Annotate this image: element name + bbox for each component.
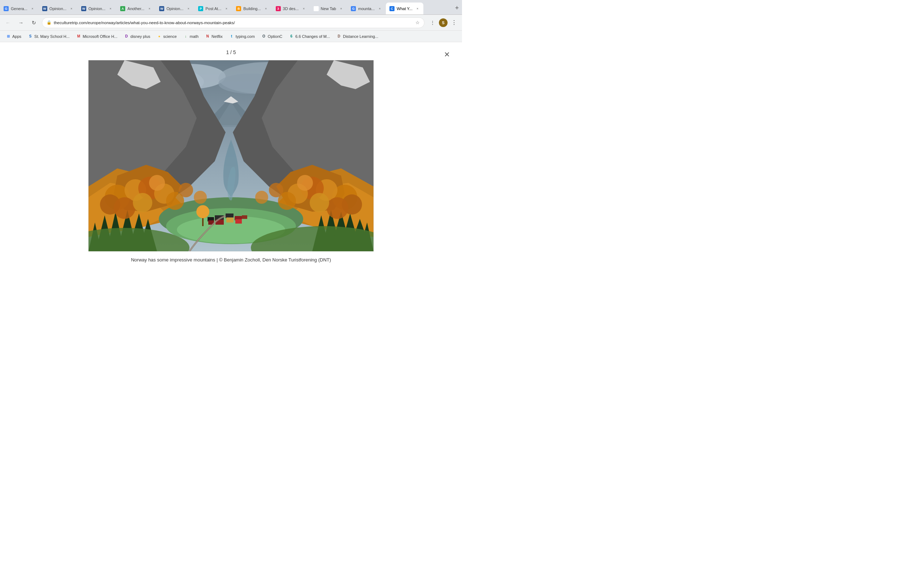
lock-icon: 🔒 <box>47 20 52 25</box>
bookmark-label: Microsoft Office H... <box>82 34 117 39</box>
svg-rect-34 <box>235 219 242 224</box>
bookmark-label: OptionC <box>268 34 282 39</box>
refresh-button[interactable]: ↻ <box>29 18 39 28</box>
tab-favicon: C <box>389 6 394 11</box>
svg-point-67 <box>269 183 283 197</box>
tab-favicon: G <box>351 6 356 11</box>
nav-bar: ← → ↻ 🔒 theculturetrip.com/europe/norway… <box>0 15 462 31</box>
svg-point-61 <box>327 197 348 219</box>
browser-tab-tab11[interactable]: C What Y... × <box>386 3 423 15</box>
nav-actions: ⋮ S ⋮ <box>427 18 459 28</box>
bookmark-label: Netflix <box>212 34 223 39</box>
tab-label: Post At... <box>205 6 221 11</box>
tab-favicon: W <box>81 6 86 11</box>
forward-button[interactable]: → <box>16 18 26 28</box>
browser-tab-tab8[interactable]: 3 3D des... × <box>272 3 310 15</box>
page-content: 1 / 5 ✕ <box>0 42 462 288</box>
bookmark-item[interactable]: D Distance Learning... <box>333 32 381 40</box>
browser-tab-tab1[interactable]: G Genera... × <box>0 3 38 15</box>
browser-tab-tab7[interactable]: B Building... × <box>233 3 271 15</box>
tab-close-button[interactable]: × <box>69 6 74 11</box>
tab-label: Building... <box>243 6 261 11</box>
svg-point-54 <box>133 193 152 213</box>
tab-favicon: A <box>120 6 125 11</box>
bookmark-label: typing.com <box>236 34 255 39</box>
bookmark-favicon: N <box>205 34 210 39</box>
extensions-button[interactable]: ⋮ <box>427 18 438 28</box>
bookmark-item[interactable]: t typing.com <box>226 32 258 40</box>
image-counter: 1 / 5 <box>226 49 236 55</box>
tab-favicon: B <box>236 6 241 11</box>
tab-label: Opinion... <box>89 6 105 11</box>
bookmark-item[interactable]: N Netflix <box>202 32 226 40</box>
svg-point-53 <box>114 197 135 219</box>
tab-close-button[interactable]: × <box>147 6 152 11</box>
bookmarks-bar: ⊞ Apps S St. Mary School H... M Microsof… <box>0 31 462 42</box>
browser-tab-tab10[interactable]: G mounta... × <box>347 3 386 15</box>
bookmark-favicon: 6 <box>289 34 294 39</box>
bookmark-star-icon[interactable]: ☆ <box>415 20 420 25</box>
bookmark-favicon: D <box>336 34 341 39</box>
tab-favicon: P <box>198 6 203 11</box>
image-container: ❯ <box>89 60 373 251</box>
svg-point-66 <box>255 191 268 204</box>
tab-close-button[interactable]: × <box>263 6 269 11</box>
bookmark-item[interactable]: ● science <box>154 32 179 40</box>
bookmark-label: science <box>163 34 176 39</box>
avatar[interactable]: S <box>439 18 447 27</box>
bookmark-favicon: ● <box>157 34 162 39</box>
svg-point-68 <box>297 175 313 191</box>
bookmark-label: disney plus <box>130 34 150 39</box>
bookmark-favicon: t <box>229 34 234 39</box>
browser-tab-tab4[interactable]: A Another... × <box>116 3 155 15</box>
bookmark-item[interactable]: 6 6.6 Changes of M... <box>286 32 333 40</box>
tab-close-button[interactable]: × <box>108 6 113 11</box>
bookmark-item[interactable]: D disney plus <box>121 32 153 40</box>
browser-tab-tab6[interactable]: P Post At... × <box>195 3 232 15</box>
tab-favicon: 3 <box>276 6 281 11</box>
bookmark-item[interactable]: O OptionC <box>258 32 285 40</box>
tab-label: mounta... <box>358 6 375 11</box>
tab-label: 3D des... <box>283 6 299 11</box>
svg-rect-33 <box>226 218 234 222</box>
bookmark-favicon: D <box>124 34 129 39</box>
tab-favicon <box>313 6 319 11</box>
tab-label: New Tab <box>321 6 336 11</box>
tab-label: Opinion... <box>50 6 66 11</box>
bookmark-label: 6.6 Changes of M... <box>295 34 330 39</box>
tab-label: Another... <box>128 6 144 11</box>
tab-close-button[interactable]: × <box>223 6 229 11</box>
bookmark-label: math <box>190 34 199 39</box>
tab-close-button[interactable]: × <box>301 6 307 11</box>
tab-close-button[interactable]: × <box>338 6 344 11</box>
tab-favicon: W <box>42 6 47 11</box>
url-text: theculturetrip.com/europe/norway/article… <box>54 21 413 25</box>
bookmark-item[interactable]: ⊞ Apps <box>3 32 24 40</box>
address-bar[interactable]: 🔒 theculturetrip.com/europe/norway/artic… <box>42 17 425 28</box>
tab-bar: G Genera... × W Opinion... × W Opinion..… <box>0 0 462 15</box>
browser-tab-tab9[interactable]: New Tab × <box>310 3 347 15</box>
browser-tab-tab5[interactable]: W Opinion... × <box>155 3 194 15</box>
tab-close-button[interactable]: × <box>186 6 191 11</box>
bookmark-item[interactable]: ↓ math <box>181 32 201 40</box>
tab-favicon: G <box>3 6 9 11</box>
tab-close-button[interactable]: × <box>377 6 383 11</box>
bookmark-item[interactable]: S St. Mary School H... <box>25 32 73 40</box>
tab-label: What Y... <box>397 6 412 11</box>
bookmark-label: St. Mary School H... <box>34 34 69 39</box>
bookmark-item[interactable]: M Microsoft Office H... <box>73 32 120 40</box>
browser-tab-tab3[interactable]: W Opinion... × <box>78 3 116 15</box>
new-tab-button[interactable]: + <box>452 3 462 13</box>
tab-label: Opinion... <box>166 6 183 11</box>
browser-tab-tab2[interactable]: W Opinion... × <box>39 3 77 15</box>
svg-point-65 <box>194 191 207 204</box>
menu-button[interactable]: ⋮ <box>449 18 459 28</box>
tab-close-button[interactable]: × <box>30 6 36 11</box>
browser-frame: G Genera... × W Opinion... × W Opinion..… <box>0 0 462 288</box>
svg-rect-30 <box>242 215 247 219</box>
tab-favicon: W <box>159 6 164 11</box>
back-button[interactable]: ← <box>3 18 13 28</box>
tab-close-button[interactable]: × <box>415 6 420 11</box>
image-caption: Norway has some impressive mountains | ©… <box>131 257 331 263</box>
close-button[interactable]: ✕ <box>440 48 453 61</box>
